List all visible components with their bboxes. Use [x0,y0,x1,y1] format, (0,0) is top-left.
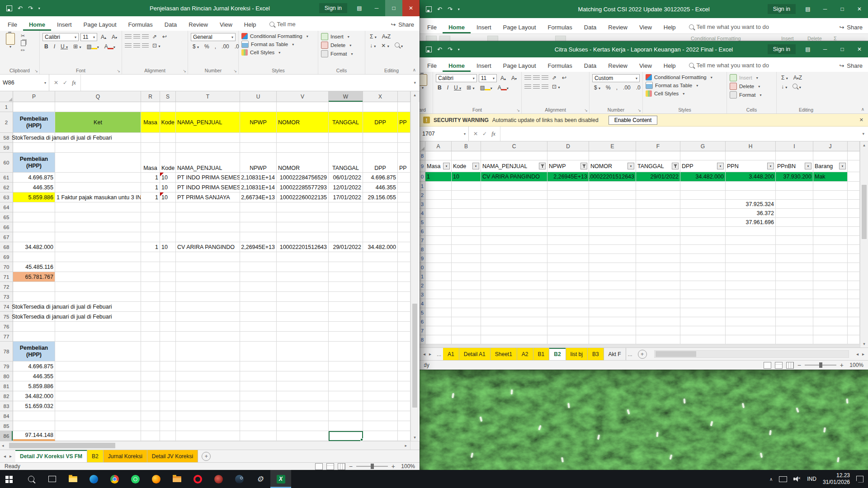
cell-W71[interactable] [329,272,363,282]
cell-Q61[interactable] [55,173,141,183]
cell-Q83[interactable] [55,401,141,411]
cell-G[interactable] [680,218,726,227]
cell-J[interactable] [813,218,848,227]
display-icon[interactable] [779,476,787,482]
field-header-ppn[interactable]: PPN▾ [726,160,776,172]
cell-Y72[interactable] [398,282,410,292]
cell-Y1[interactable] [398,102,410,112]
cell-R77[interactable] [141,332,160,342]
cell-R79[interactable] [141,361,160,371]
cell-E[interactable] [589,317,636,326]
cell-V83[interactable] [277,401,329,411]
undo-icon[interactable]: ↶ [437,6,442,13]
cell-Y2[interactable]: PP [398,112,410,133]
cell-Y68[interactable] [398,242,410,252]
enter-button[interactable]: ✓ [482,131,487,137]
underline-button[interactable]: U ▾ [452,84,463,91]
cell-Q2[interactable]: Ket [55,112,141,133]
cell-Y63[interactable] [398,192,410,202]
cell-W73[interactable] [329,292,363,302]
cell-P60[interactable]: Pembelian (HPP) [13,153,55,173]
cell-U80[interactable] [240,371,277,381]
view-page-break-icon[interactable] [786,362,794,369]
ribbon-tab-file[interactable]: File [421,59,443,72]
cell-U72[interactable] [240,282,277,292]
cell-T83[interactable] [176,401,240,411]
cell-U78[interactable] [240,342,277,361]
ribbon-display-options-icon[interactable]: ▤ [799,41,816,57]
matching-cost-titlebar[interactable]: ↶ ↷ ▾ Matching Cost CSI 2022 Update 3012… [420,0,868,18]
row-header-1[interactable]: 1 [0,102,13,112]
cell-F[interactable] [636,191,680,200]
orientation-icon[interactable]: ⇗ [151,33,159,40]
customize-quick-access-icon[interactable]: ▾ [38,6,40,10]
cell-V72[interactable] [277,282,329,292]
cell-S61[interactable]: 10 [160,173,176,183]
cell-R58[interactable] [141,133,160,143]
cell-S64[interactable] [160,202,176,212]
row-header-84[interactable]: 84 [0,411,13,421]
cell-U69[interactable] [240,252,277,262]
cell-Q80[interactable] [55,371,141,381]
cell-P72[interactable] [13,282,55,292]
clock[interactable]: 12.23 31/01/2026 [823,472,850,486]
cell-D[interactable] [547,245,589,254]
cell-U70[interactable] [240,262,277,272]
cell-X83[interactable] [363,401,398,411]
cell-V78[interactable] [277,342,329,361]
cell-I[interactable] [776,236,813,245]
ribbon-tab-view[interactable]: View [214,18,238,31]
cell-X69[interactable] [363,252,398,262]
cell-E[interactable] [589,290,636,299]
cell-X2[interactable]: DPP [363,112,398,133]
taskbar-chrome[interactable] [104,470,125,488]
cell-S59[interactable] [160,143,176,153]
row-header[interactable]: 2 [420,191,425,200]
cell-F[interactable] [636,200,680,209]
ribbon-tab-home[interactable]: Home [443,21,471,33]
cell-G[interactable] [680,299,726,308]
cell-T2[interactable]: NAMA_PENJUAL [176,112,240,133]
cell-P77[interactable] [13,332,55,342]
font-size-combo[interactable]: 11▾ [80,33,97,41]
fill-button[interactable]: ↓ ▾ [368,42,377,49]
cell-S68[interactable]: 10 [160,242,176,252]
cell-B[interactable] [452,227,481,236]
merge-center-icon[interactable]: ⊡ ▾ [151,42,162,49]
cell-F[interactable] [636,263,680,272]
cell-W79[interactable] [329,361,363,371]
cell-R80[interactable] [141,371,160,381]
cell-Q79[interactable] [55,361,141,371]
cell-W68[interactable]: 29/01/2022 [329,242,363,252]
cell-J[interactable] [813,335,848,344]
decrease-decimal-icon[interactable]: .0 [634,84,642,91]
cell-B[interactable] [452,191,481,200]
cell-G[interactable] [680,335,726,344]
cell-Y60[interactable]: PP [398,153,410,173]
row-header[interactable]: 7 [420,236,425,245]
filter-dropdown-icon[interactable]: ▾ [627,163,634,169]
ribbon-tab-insert[interactable]: Insert [471,59,497,72]
green-cell-I[interactable]: 37.930.200 [776,172,813,182]
name-box[interactable]: 1707▾ [420,127,469,141]
cell-V58[interactable] [277,133,329,143]
minimize-button[interactable]: ─ [368,0,385,16]
excel-window-matching-cost[interactable]: ↶ ↷ ▾ Matching Cost CSI 2022 Update 3012… [420,0,868,43]
cell-U58[interactable] [240,133,277,143]
cell-S1[interactable] [160,102,176,112]
cell-C[interactable] [481,281,547,290]
ribbon-tab-help[interactable]: Help [238,18,262,31]
cell-V2[interactable]: NOMOR [277,112,329,133]
cell-V68[interactable]: 100022201512643 [277,242,329,252]
cell-P76[interactable] [13,322,55,332]
column-header-Y[interactable] [398,91,410,102]
cell-Q81[interactable] [55,381,141,391]
cell-C[interactable] [481,272,547,281]
cell-A[interactable] [425,335,452,344]
maximize-button[interactable]: □ [834,0,851,18]
cell-A[interactable] [425,281,452,290]
sheet-tab-detail-a1[interactable]: Detail A1 [459,348,491,360]
cell-Q71[interactable] [55,272,141,282]
cell-W86[interactable] [329,431,363,441]
horizontal-scroll-thumb[interactable] [656,351,696,357]
